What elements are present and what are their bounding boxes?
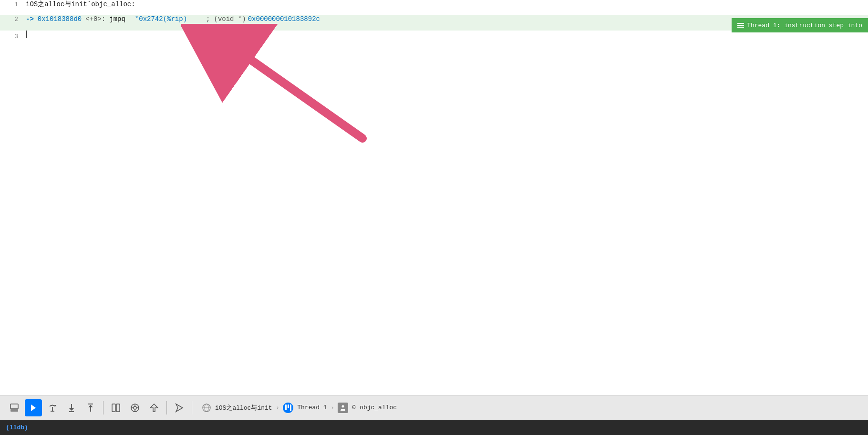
hide-debug-icon [10,403,19,413]
text-cursor [26,31,27,38]
comment-prefix: ; [206,15,210,23]
breadcrumb-frame-label: objc_alloc [360,404,397,411]
breadcrumb-sep-2: › [331,405,334,411]
breadcrumb-frame-number: 0 [352,404,356,411]
split-editor-button[interactable] [107,399,124,416]
hide-debug-area-button[interactable] [6,399,23,416]
svg-marker-12 [88,405,93,407]
thread-badge: Thread 1: instruction step into [732,18,868,32]
breadcrumb-thread: Thread 1 [297,404,327,411]
comment-cast: (void *) [214,15,246,23]
step-over-button[interactable] [44,399,61,416]
mnemonic: jmpq [109,15,125,23]
svg-rect-15 [116,404,120,412]
svg-rect-2 [10,404,18,409]
thread-badge-line-1 [737,23,744,24]
operand: *0x2742(%rip) [135,15,187,23]
code-line-3: 3 [0,31,868,46]
breadcrumb: iOS之alloc与init › Thread 1 › 0 objc_alloc [202,403,397,413]
code-line-1: 1 iOS之alloc与init`objc_alloc: [0,0,868,15]
debug-symbols-button[interactable] [126,399,144,416]
svg-marker-22 [150,404,158,412]
line-number-3: 3 [4,33,18,40]
split-icon [111,403,121,413]
thread-badge-icon [737,23,744,28]
lldb-prompt: (lldb) [6,424,28,431]
thread-badge-text: Thread 1: instruction step into [747,22,862,29]
svg-rect-14 [112,404,115,412]
offset: <+0>: [85,15,105,23]
thread-badge-line-3 [737,27,744,28]
toolbar-divider-2 [166,401,167,414]
continue-icon [29,404,38,412]
thread-bar-3 [290,404,291,411]
execution-arrow: -> [26,15,34,23]
svg-rect-3 [10,409,18,412]
line-1-content: iOS之alloc与init`objc_alloc: [26,0,135,9]
toolbar-divider-3 [192,401,192,414]
breadcrumb-sep-1: › [276,405,279,411]
toolbar-divider-1 [103,401,103,414]
continue-button[interactable] [25,399,42,416]
address: 0x1018388d0 [38,15,82,23]
project-icon [202,403,211,413]
frame-person-icon [340,404,346,411]
step-into-icon [67,403,76,413]
thread-badge-line-2 [737,25,744,26]
svg-point-27 [342,405,344,407]
thread-bar-2 [288,404,289,408]
step-out-button[interactable] [82,399,99,416]
share-icon [149,403,159,413]
code-line-2: 2 -> 0x1018388d0 <+0>: jmpq *0x2742(%rip… [0,15,868,31]
step-into-button[interactable] [63,399,80,416]
go-to-location-button[interactable] [171,399,188,416]
svg-marker-9 [69,408,74,411]
breadcrumb-project: iOS之alloc与init [215,404,272,412]
frame-icon [338,403,348,413]
step-over-icon [48,403,57,413]
thread-bar-1 [285,404,287,410]
line-number-2: 2 [4,16,18,23]
symbols-icon [130,403,140,413]
share-button[interactable] [145,399,163,416]
svg-point-17 [134,406,136,409]
location-icon [175,403,184,413]
step-out-icon [86,403,95,413]
thread-icon [283,403,293,413]
lldb-bar: (lldb) [0,420,868,435]
line-number-1: 1 [4,1,18,8]
thread-bars [285,404,291,411]
comment-address: 0x000000010183892c [248,15,320,23]
svg-marker-4 [31,404,36,411]
debug-toolbar: iOS之alloc与init › Thread 1 › 0 objc_alloc [0,395,868,420]
svg-marker-23 [176,404,183,412]
code-area: 1 iOS之alloc与init`objc_alloc: 2 -> 0x1018… [0,0,868,387]
